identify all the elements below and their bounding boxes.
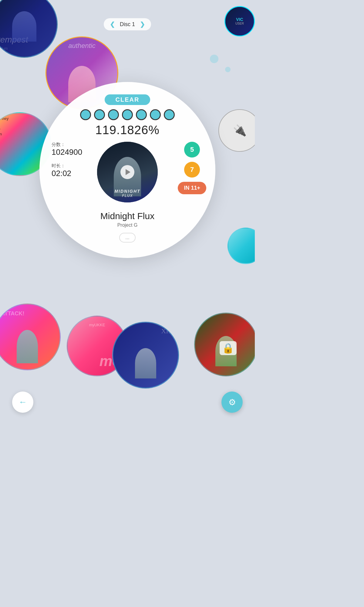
score-percentage: 119.1826%	[95, 123, 159, 137]
disc-title: Disc 1	[120, 21, 135, 28]
deco-dot-1	[210, 55, 218, 63]
play-icon	[126, 169, 130, 175]
center-row: 分数： 1024900 时长： 02:02 MIDNIGHT FLUX	[49, 142, 206, 202]
dot-3	[108, 109, 119, 120]
more-button[interactable]: ...	[119, 233, 135, 242]
back-icon: ←	[19, 397, 27, 407]
dot-4	[122, 109, 133, 120]
bg-album-rightsmall[interactable]	[228, 228, 255, 264]
dot-1	[80, 109, 91, 120]
left-stats: 分数： 1024900 时长： 02:02	[52, 142, 82, 178]
prev-disc-button[interactable]: ❮	[110, 21, 115, 28]
clear-badge: CLEAR	[105, 94, 150, 105]
album-art[interactable]: MIDNIGHT FLUX	[97, 142, 158, 202]
difficulty-in-badge[interactable]: IN 11+	[178, 182, 206, 194]
bg-album-bottomcenterright[interactable]: XII	[112, 322, 179, 388]
settings-icon: ⚙	[228, 397, 236, 407]
duration-label: 时长：	[52, 163, 82, 169]
song-title: Midnight Flux	[100, 211, 154, 221]
duration-stat: 时长： 02:02	[52, 163, 82, 178]
bg-album-bottomleft[interactable]: ATTACK!	[0, 304, 61, 370]
dot-7	[164, 109, 175, 120]
lock-icon: 🔒	[220, 341, 237, 355]
score-dots	[80, 109, 175, 120]
score-label: 分数：	[52, 142, 82, 148]
disc-nav: ❮ Disc 1 ❯	[104, 18, 151, 30]
score-stat: 分数： 1024900	[52, 142, 82, 157]
back-button[interactable]: ←	[12, 392, 33, 413]
difficulty-ez-badge[interactable]: 5	[184, 142, 200, 158]
avatar[interactable]: VIC USER	[224, 6, 255, 36]
play-button[interactable]	[120, 165, 134, 179]
album-text: MIDNIGHT FLUX	[114, 189, 140, 198]
right-badges: 5 7 IN 11+	[178, 142, 206, 194]
dot-6	[150, 109, 161, 120]
difficulty-hd-badge[interactable]: 7	[184, 162, 200, 178]
next-disc-button[interactable]: ❯	[140, 21, 145, 28]
dot-5	[136, 109, 147, 120]
song-detail-card: CLEAR 119.1826% 分数： 1024900 时长： 02:02	[39, 82, 215, 258]
dot-2	[94, 109, 105, 120]
score-value: 1024900	[52, 148, 82, 157]
settings-button[interactable]: ⚙	[221, 392, 243, 413]
deco-dot-2	[225, 67, 231, 72]
song-artist: Project G	[117, 222, 138, 228]
bg-album-rightmid[interactable]: 🔌	[218, 109, 255, 152]
duration-value: 02:02	[52, 169, 82, 178]
